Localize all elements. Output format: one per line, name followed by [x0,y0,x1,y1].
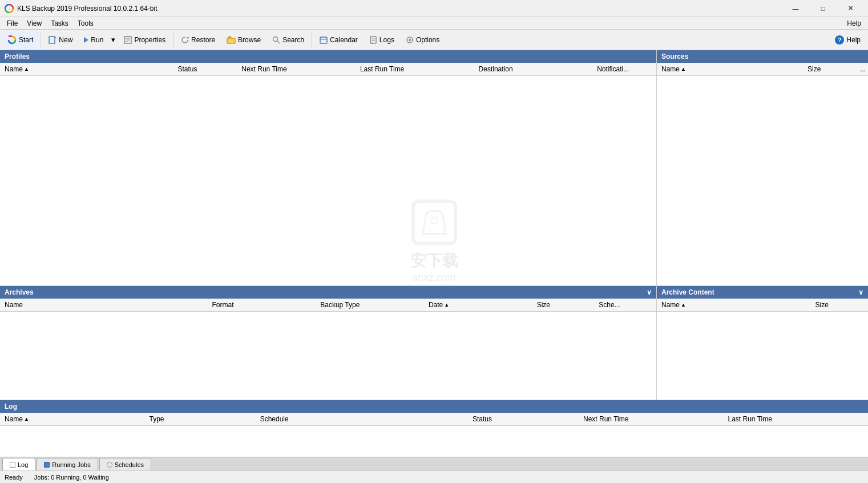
sources-title: Sources [661,53,688,61]
log-col-schedule[interactable]: Schedule [256,413,468,425]
toolbar: Start + New Run ▾ Properties Restore [0,30,868,50]
run-dropdown: Run ▾ [79,31,118,49]
sources-header: Sources [657,50,868,63]
menu-file[interactable]: File [2,18,22,29]
sources-col-extra[interactable]: ... [858,63,868,75]
main-area: Profiles Name Status Next Run Time Last … [0,50,868,470]
log-col-last-run[interactable]: Last Run Time [724,413,869,425]
log-col-next-run[interactable]: Next Run Time [579,413,724,425]
maximize-button[interactable]: □ [810,0,836,17]
window-controls: — □ ✕ [782,0,863,17]
log-col-type[interactable]: Type [145,413,256,425]
menu-view[interactable]: View [22,18,46,29]
archive-content-col-name[interactable]: Name [657,299,811,311]
archives-col-schedule[interactable]: Sche... [594,299,656,311]
properties-button[interactable]: Properties [119,31,171,49]
run-button[interactable]: Run [79,31,108,49]
help-button[interactable]: ? Help [830,31,866,49]
search-button[interactable]: Search [267,31,309,49]
top-section: Profiles Name Status Next Run Time Last … [0,50,868,285]
tab-schedules-label: Schedules [115,461,144,468]
logs-button[interactable]: Logs [364,31,399,49]
sources-col-name[interactable]: Name [657,63,803,75]
profiles-col-last-run[interactable]: Last Run Time [356,63,474,75]
title-left: KLS Backup 2019 Professional 10.0.2.1 64… [5,4,158,13]
start-icon [7,35,17,45]
minimize-button[interactable]: — [782,0,809,17]
profiles-col-name[interactable]: Name [0,63,173,75]
log-col-status[interactable]: Status [468,413,579,425]
run-dropdown-arrow[interactable]: ▾ [108,31,118,49]
archives-col-size[interactable]: Size [532,299,595,311]
profiles-col-status[interactable]: Status [173,63,237,75]
profiles-panel: Profiles Name Status Next Run Time Last … [0,50,657,285]
restore-icon [181,36,189,44]
sep-3 [312,33,312,47]
menu-tools[interactable]: Tools [73,18,98,29]
title-bar: KLS Backup 2019 Professional 10.0.2.1 64… [0,0,868,17]
sources-col-size[interactable]: Size [803,63,858,75]
archives-col-format[interactable]: Format [207,299,316,311]
calendar-button[interactable]: Calendar [314,31,363,49]
sources-panel: Sources Name Size ... [657,50,868,285]
new-button[interactable]: + New [43,31,78,49]
log-content [0,426,868,457]
profiles-col-next-run[interactable]: Next Run Time [237,63,356,75]
svg-point-19 [409,39,411,41]
tab-schedules-icon [107,462,112,468]
tab-log[interactable]: Log [2,458,35,470]
options-label: Options [416,36,439,44]
profiles-title: Profiles [5,53,30,61]
log-columns: Name Type Schedule Status Next Run Time … [0,413,868,426]
restore-button[interactable]: Restore [176,31,220,49]
archives-col-name[interactable]: Name [0,299,207,311]
menu-tasks[interactable]: Tasks [46,18,73,29]
close-button[interactable]: ✕ [837,0,863,17]
profiles-columns: Name Status Next Run Time Last Run Time … [0,63,656,76]
svg-line-9 [277,41,280,43]
archive-content-area [657,312,868,400]
new-icon: + [49,36,56,44]
archives-col-date[interactable]: Date [424,299,532,311]
tab-log-icon [10,462,15,468]
options-icon [406,36,414,44]
sources-columns: Name Size ... [657,63,868,76]
menu-bar: File View Tasks Tools Help [0,17,868,30]
window-title: KLS Backup 2019 Professional 10.0.2.1 64… [17,5,158,13]
log-col-name[interactable]: Name [0,413,145,425]
run-label: Run [91,36,103,44]
properties-label: Properties [134,36,165,44]
start-label: Start [19,36,33,44]
profiles-col-destination[interactable]: Destination [474,63,593,75]
start-button[interactable]: Start [2,31,38,49]
options-button[interactable]: Options [401,31,445,49]
profiles-col-notification[interactable]: Notificati... [592,63,656,75]
new-label: New [59,36,72,44]
calendar-icon [320,36,328,44]
archives-columns: Name Format Backup Type Date Size [0,299,656,312]
restore-label: Restore [191,36,215,44]
svg-point-8 [273,37,278,41]
log-title: Log [5,402,17,410]
help-label: Help [846,36,861,44]
archives-section: Archives ∨ Name Format Backup Type Date [0,285,868,400]
status-ready: Ready [5,474,23,481]
profiles-header: Profiles [0,50,656,63]
sep-2 [173,33,173,47]
archive-content-col-size[interactable]: Size [811,299,869,311]
tab-running-jobs[interactable]: Running Jobs [37,458,98,470]
archives-col-backup-type[interactable]: Backup Type [316,299,424,311]
help-icon: ? [835,35,844,45]
menu-help[interactable]: Help [842,18,866,29]
browse-label: Browse [238,36,261,44]
archives-panel: Archives ∨ Name Format Backup Type Date [0,286,657,400]
archive-content-collapse-icon[interactable]: ∨ [858,288,863,296]
run-icon [84,37,88,43]
archives-collapse-icon[interactable]: ∨ [647,288,652,296]
browse-button[interactable]: Browse [221,31,266,49]
tab-schedules[interactable]: Schedules [99,458,151,470]
svg-text:+: + [54,36,56,40]
svg-rect-10 [320,37,327,43]
search-icon [272,36,280,44]
archive-content-panel: Archive Content ∨ Name Size [657,286,868,400]
